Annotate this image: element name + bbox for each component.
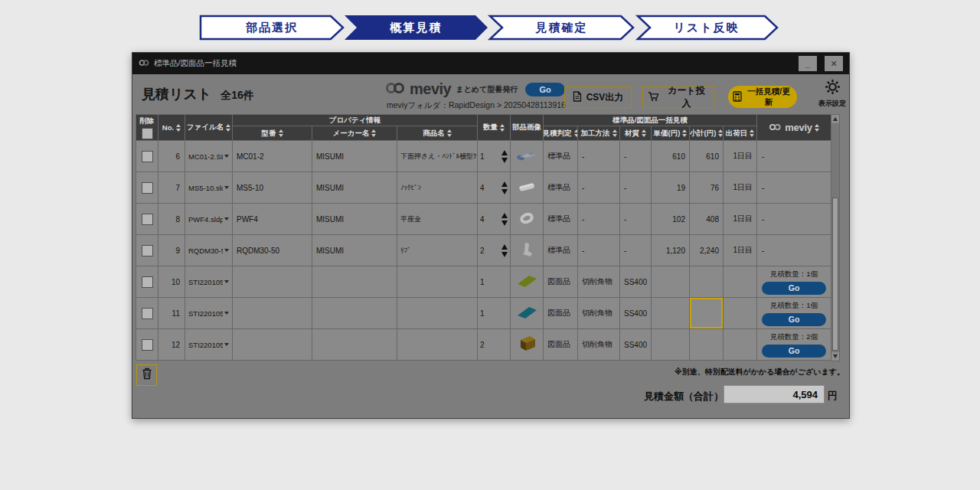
row-checkbox[interactable]	[142, 308, 153, 319]
batch-quote-button[interactable]: 一括見積/更新	[728, 86, 797, 108]
cell-file-name[interactable]: STI2201056-	[185, 298, 233, 329]
sort-icon[interactable]	[642, 129, 646, 137]
sort-icon[interactable]	[612, 129, 617, 137]
column-label: 見積判定	[544, 129, 572, 139]
sort-icon[interactable]	[371, 129, 376, 137]
scroll-up-arrow-icon[interactable]	[831, 115, 839, 123]
cell-quote-judgement: 標準品	[544, 235, 578, 266]
cell-ship-date: 1日目	[724, 172, 757, 204]
scroll-down-arrow-icon[interactable]	[831, 352, 839, 361]
column-unit-price: 単価(円)	[652, 126, 690, 141]
dropdown-arrow-icon[interactable]	[224, 155, 229, 158]
cell-delete	[136, 329, 158, 361]
quantity-stepper[interactable]	[501, 213, 508, 226]
dropdown-arrow-icon[interactable]	[224, 249, 229, 252]
scrollbar-thumb[interactable]	[832, 198, 838, 351]
minimize-button[interactable]: _	[799, 56, 817, 71]
part-image	[515, 250, 538, 259]
cell-delete	[136, 172, 158, 204]
stepper-step-reflect[interactable]: リスト反映	[635, 15, 777, 41]
dropdown-arrow-icon[interactable]	[224, 343, 229, 346]
sort-icon[interactable]	[279, 129, 283, 137]
display-settings-button[interactable]: 表示設定	[816, 79, 848, 109]
quantity-stepper[interactable]	[501, 181, 508, 194]
column-delete: 削除	[136, 115, 158, 141]
sort-icon[interactable]	[750, 129, 754, 137]
sort-icon[interactable]	[718, 129, 723, 137]
quantity-value: 2	[480, 341, 485, 349]
vertical-scrollbar[interactable]	[831, 114, 840, 361]
row-checkbox[interactable]	[142, 214, 153, 225]
row-checkbox[interactable]	[142, 151, 153, 162]
cell-file-name[interactable]: STI2201056-	[185, 329, 233, 361]
dropdown-arrow-icon[interactable]	[224, 312, 229, 315]
row-checkbox[interactable]	[142, 339, 153, 351]
cell-part-image	[511, 235, 544, 266]
cell-file-name[interactable]: MS5-10.sldp	[185, 172, 233, 204]
stepper-up-icon[interactable]	[501, 181, 508, 187]
sort-icon[interactable]	[176, 124, 181, 132]
sort-down-icon	[371, 134, 376, 137]
sort-icon[interactable]	[447, 129, 452, 137]
cell-quantity: 1	[478, 298, 511, 329]
row-checkbox[interactable]	[142, 182, 153, 194]
cell-file-name[interactable]: MC01-2.SLD	[185, 141, 233, 172]
cell-file-name[interactable]: PWF4.sldprt	[185, 204, 233, 235]
cell-subtotal	[690, 298, 724, 329]
stepper-up-icon[interactable]	[501, 150, 508, 155]
dropdown-arrow-icon[interactable]	[224, 217, 229, 220]
stepper-down-icon[interactable]	[501, 158, 508, 163]
brand-go-button[interactable]: Go	[525, 83, 565, 96]
dropdown-arrow-icon[interactable]	[224, 186, 229, 189]
quote-table: 削除No.ファイル名プロパティ情報数量部品画像標準品/図面品一括見積meviy型…	[136, 114, 831, 361]
close-button[interactable]: ✕	[825, 56, 843, 71]
cell-file-name[interactable]: STI2201056-	[185, 266, 233, 298]
csv-export-button[interactable]: CSV出力	[564, 87, 632, 108]
stepper-up-icon[interactable]	[501, 244, 508, 250]
quantity-stepper[interactable]	[501, 244, 508, 257]
meviy-go-button[interactable]: Go	[762, 282, 826, 295]
column-label: メーカー名	[333, 129, 370, 139]
sort-icon[interactable]	[500, 124, 505, 132]
file-name-text: RQDM30-5C	[188, 247, 223, 255]
row-checkbox[interactable]	[142, 276, 153, 288]
dropdown-arrow-icon[interactable]	[224, 280, 229, 283]
meviy-go-button[interactable]: Go	[762, 345, 826, 358]
column-meviy: meviy	[757, 115, 831, 141]
sort-icon[interactable]	[682, 129, 687, 137]
column-process-method: 加工方法	[578, 126, 620, 141]
add-to-cart-button[interactable]: カート投入	[642, 87, 714, 108]
stepper-down-icon[interactable]	[501, 252, 508, 257]
column-label: 加工方法	[581, 129, 610, 139]
delete-selected-button[interactable]	[136, 364, 157, 386]
quantity-stepper[interactable]	[501, 150, 508, 163]
cell-ship-date: 1日目	[724, 204, 757, 235]
sort-up-icon	[371, 129, 376, 132]
sort-up-icon	[279, 129, 283, 132]
cell-model-number	[233, 329, 312, 361]
column-subtotal: 小計(円)	[690, 126, 724, 141]
table-row: 7MS5-10.sldpMS5-10MISUMIﾉｯｸﾋﾟﾝ4標準品--1976…	[136, 172, 831, 204]
stepper-down-icon[interactable]	[501, 189, 508, 194]
sort-icon[interactable]	[815, 124, 819, 132]
cell-product-name	[397, 298, 478, 329]
cell-meviy: 見積数量：1個Go	[757, 266, 831, 298]
cell-process-method: 切削角物	[578, 329, 620, 361]
column-label: 型番	[262, 129, 276, 139]
select-all-checkbox[interactable]	[142, 128, 153, 139]
stepper-up-icon[interactable]	[501, 213, 508, 218]
quantity-value: 2	[480, 247, 485, 255]
cell-model-number	[233, 266, 312, 298]
sort-icon[interactable]	[226, 124, 230, 132]
table-row: 6MC01-2.SLDMC01-2MISUMI下面押さえ・ﾊﾝﾄﾞﾙ横型ｸﾗﾝﾌ…	[136, 141, 831, 172]
stepper-step-rough-quote[interactable]: 概算見積	[345, 15, 488, 41]
stepper-down-icon[interactable]	[501, 220, 508, 226]
page-title: 見積リスト全16件	[142, 85, 254, 103]
cell-file-name[interactable]: RQDM30-5C	[185, 235, 233, 266]
sort-icon[interactable]	[574, 129, 578, 137]
meviy-go-button[interactable]: Go	[762, 313, 826, 326]
stepper-step-confirm[interactable]: 見積確定	[490, 15, 633, 41]
row-checkbox[interactable]	[142, 245, 153, 256]
stepper-step-parts[interactable]: 部品選択	[199, 15, 345, 41]
cell-quantity: 2	[478, 329, 511, 361]
